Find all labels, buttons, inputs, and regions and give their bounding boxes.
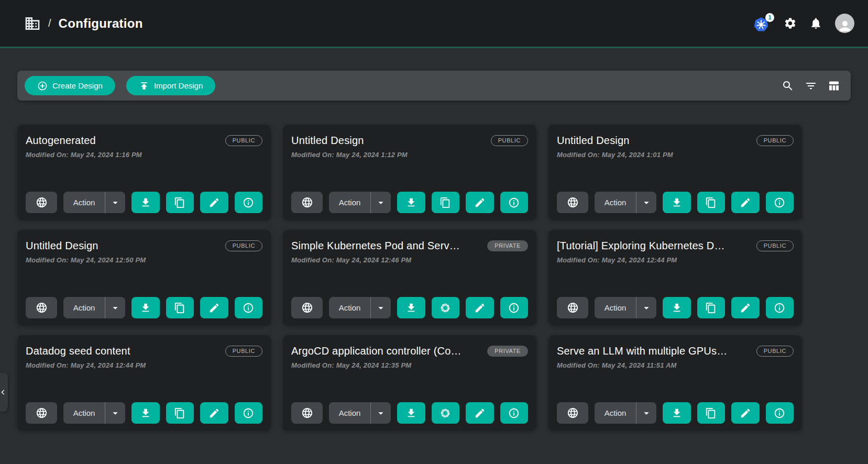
collapse-drawer-handle[interactable] [0,373,8,412]
kubernetes-context-button[interactable]: 1 [753,15,771,32]
design-card: Simple Kubernetes Pod and Serv… PRIVATE … [283,230,536,325]
action-split-button: Action [595,402,656,424]
design-card: Untitled Design PUBLIC Modified On: May … [548,125,802,220]
action-dropdown-button[interactable] [105,402,125,424]
action-button[interactable]: Action [595,192,636,213]
action-dropdown-button[interactable] [105,192,125,213]
edit-button[interactable] [731,192,760,213]
visibility-globe-button[interactable] [291,402,323,424]
globe-icon [301,302,313,314]
edit-button[interactable] [731,402,760,424]
info-button[interactable] [235,297,263,318]
design-title: Simple Kubernetes Pod and Serv… [291,239,460,252]
globe-icon [36,407,48,419]
info-button[interactable] [235,402,263,424]
info-icon [774,407,785,419]
organization-building-icon[interactable] [24,15,41,32]
action-button[interactable]: Action [63,402,105,424]
info-button[interactable] [766,402,794,424]
modified-on-text: Modified On: May 24, 2024 12:46 PM [291,256,528,264]
action-dropdown-button[interactable] [371,297,391,318]
download-button[interactable] [663,402,691,424]
snapshot-button[interactable] [432,297,460,318]
edit-button[interactable] [200,402,228,424]
edit-button[interactable] [200,192,228,213]
info-button[interactable] [500,192,529,213]
modified-on-text: Modified On: May 24, 2024 12:35 PM [291,361,528,369]
download-button[interactable] [131,192,160,213]
download-icon [405,197,417,208]
action-dropdown-button[interactable] [636,192,656,213]
action-dropdown-button[interactable] [636,297,656,318]
design-card: Untitled Design PUBLIC Modified On: May … [283,125,536,220]
action-split-button: Action [595,192,656,213]
globe-icon [567,302,579,314]
download-button[interactable] [131,297,160,318]
visibility-globe-button[interactable] [26,297,57,318]
copy-button[interactable] [166,402,194,424]
action-button[interactable]: Action [329,402,371,424]
import-design-button[interactable]: Import Design [126,76,215,95]
action-dropdown-button[interactable] [371,192,391,213]
download-button[interactable] [663,192,691,213]
edit-button[interactable] [466,192,494,213]
copy-button[interactable] [166,192,194,213]
copy-button[interactable] [697,192,726,213]
create-design-button[interactable]: Create Design [25,76,115,95]
visibility-globe-button[interactable] [557,402,588,424]
copy-button[interactable] [697,402,726,424]
action-button[interactable]: Action [595,402,636,424]
filter-button[interactable] [805,80,817,92]
action-button[interactable]: Action [329,297,371,318]
info-button[interactable] [766,297,794,318]
snapshot-swirl-icon [440,407,451,419]
action-dropdown-button[interactable] [105,297,125,318]
download-icon [671,407,683,419]
globe-icon [567,196,579,208]
download-icon [140,197,151,208]
card-action-row: Action [291,297,528,318]
visibility-globe-button[interactable] [557,297,588,318]
action-button[interactable]: Action [63,297,105,318]
download-button[interactable] [663,297,691,318]
visibility-globe-button[interactable] [26,192,57,213]
action-button[interactable]: Action [63,192,105,213]
card-action-row: Action [557,297,794,318]
download-button[interactable] [397,297,425,318]
settings-button[interactable] [784,17,797,30]
edit-button[interactable] [466,297,494,318]
notifications-button[interactable] [809,17,822,30]
modified-on-text: Modified On: May 24, 2024 1:16 PM [26,151,262,159]
action-button[interactable]: Action [329,192,371,213]
visibility-badge: PUBLIC [225,346,262,357]
edit-pencil-icon [208,407,220,419]
visibility-globe-button[interactable] [557,192,588,213]
action-split-button: Action [63,402,125,424]
search-button[interactable] [782,80,794,92]
action-button[interactable]: Action [595,297,636,318]
info-button[interactable] [766,192,794,213]
user-avatar[interactable] [835,14,854,33]
visibility-globe-button[interactable] [26,402,57,424]
table-view-button[interactable] [828,80,840,92]
info-button[interactable] [235,192,263,213]
download-button[interactable] [397,192,425,213]
copy-button[interactable] [166,297,194,318]
download-button[interactable] [397,402,425,424]
edit-button[interactable] [466,402,494,424]
download-button[interactable] [131,402,160,424]
visibility-globe-button[interactable] [291,192,323,213]
info-icon [243,407,254,419]
action-dropdown-button[interactable] [371,402,391,424]
copy-icon [705,302,717,314]
copy-button[interactable] [697,297,726,318]
copy-button[interactable] [432,192,460,213]
visibility-globe-button[interactable] [291,297,323,318]
info-button[interactable] [500,297,529,318]
edit-button[interactable] [731,297,760,318]
action-dropdown-button[interactable] [636,402,656,424]
info-button[interactable] [500,402,529,424]
edit-button[interactable] [200,297,228,318]
snapshot-button[interactable] [432,402,460,424]
create-design-label: Create Design [52,81,103,90]
